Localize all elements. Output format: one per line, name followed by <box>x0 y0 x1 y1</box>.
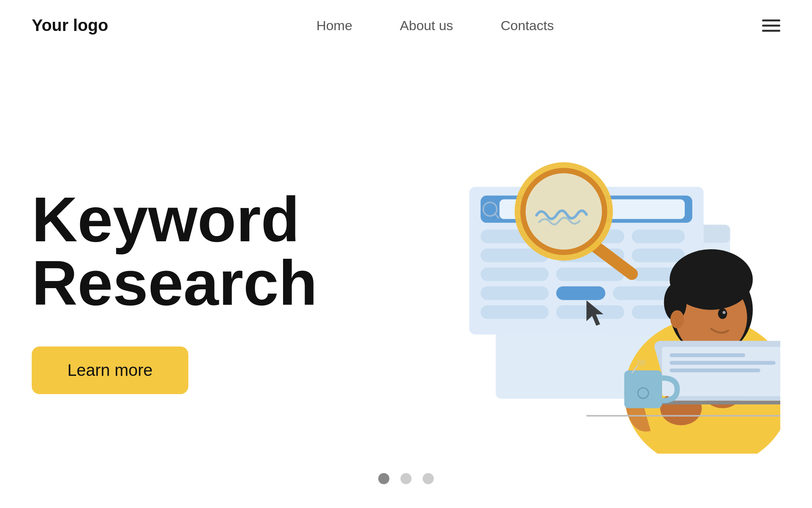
learn-more-button[interactable]: Learn more <box>32 346 188 394</box>
carousel-dots <box>378 473 434 484</box>
svg-rect-29 <box>481 287 549 300</box>
hero-text: Keyword Research Learn more <box>32 188 317 394</box>
hero-title: Keyword Research <box>32 188 317 315</box>
nav-home[interactable]: Home <box>316 18 352 33</box>
navbar: Your logo Home About us Contacts <box>0 0 812 51</box>
dot-2[interactable] <box>400 473 412 484</box>
svg-rect-22 <box>632 230 685 243</box>
dot-1[interactable] <box>378 473 389 484</box>
nav-links: Home About us Contacts <box>316 18 554 33</box>
svg-rect-30 <box>556 287 605 300</box>
dot-3[interactable] <box>423 473 434 484</box>
nav-contacts[interactable]: Contacts <box>501 18 554 33</box>
svg-rect-55 <box>670 361 776 365</box>
svg-rect-26 <box>481 267 549 281</box>
svg-point-49 <box>670 310 684 329</box>
svg-rect-25 <box>632 248 685 262</box>
svg-point-47 <box>718 308 727 319</box>
svg-rect-56 <box>670 368 760 372</box>
hero-illustration <box>317 128 780 454</box>
svg-rect-27 <box>556 267 624 281</box>
hamburger-menu[interactable] <box>762 19 780 32</box>
svg-rect-52 <box>659 401 780 405</box>
logo: Your logo <box>32 16 108 35</box>
svg-rect-57 <box>624 370 662 408</box>
illustration-svg <box>317 128 780 454</box>
svg-rect-59 <box>637 360 645 366</box>
svg-rect-54 <box>670 353 745 357</box>
nav-about[interactable]: About us <box>400 18 453 33</box>
svg-point-48 <box>723 311 726 314</box>
hero-section: Keyword Research Learn more <box>0 51 812 507</box>
svg-rect-32 <box>481 305 549 319</box>
